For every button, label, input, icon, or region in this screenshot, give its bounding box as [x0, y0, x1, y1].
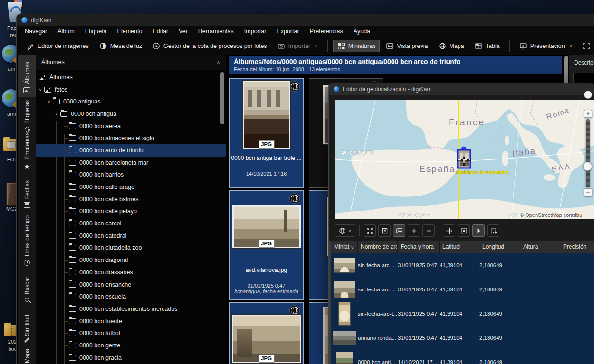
menu-importar[interactable]: Importar — [239, 26, 272, 37]
sidebar-tab-similarity[interactable]: Similitud — [18, 306, 36, 345]
tree-item[interactable]: 0000 bcn carcel — [36, 217, 226, 230]
import-button[interactable]: Importar ∨ — [273, 40, 322, 52]
tree-item[interactable]: 0000 bcn establecimientos mercados — [36, 303, 226, 315]
zoom-out-button[interactable] — [422, 224, 435, 237]
map-view-button[interactable]: Mapa — [434, 40, 469, 52]
tree-item[interactable]: 0000 bcn barrios — [36, 169, 226, 181]
tree-item[interactable]: 0000 bcn calle balmes — [36, 193, 226, 205]
photo-thumbnail-tile[interactable]: JPG 0000 bcn antiga bar trole ... 14/10/… — [229, 78, 304, 188]
menu-ver[interactable]: Ver — [173, 26, 193, 37]
col-longitude[interactable]: Longitud — [479, 241, 520, 253]
tree-item[interactable]: 0000 bcn escuela — [36, 290, 226, 303]
light-table-button[interactable]: Mesa de luz — [95, 40, 146, 52]
tree-scrollbar[interactable] — [220, 72, 224, 124]
map-zoom-slider-track[interactable] — [586, 119, 590, 187]
geo-row-latitude: 41,39104 — [440, 335, 479, 341]
dialog-titlebar[interactable]: Editor de geolocalización - digiKam — [329, 83, 594, 95]
menu-exportar[interactable]: Exportar — [271, 26, 304, 37]
sidebar-tab-labels[interactable]: Emblemas ★ — [18, 136, 36, 174]
tree-item[interactable]: ∨ 0000 antiguas — [36, 95, 226, 108]
sidebar-tab-tags[interactable]: Etiquetas — [18, 97, 36, 136]
sidebar-tab-labels-label: Emblemas — [24, 132, 30, 159]
menu-navegar[interactable]: Navegar — [19, 26, 52, 37]
folder-icon — [69, 245, 76, 251]
menu-album[interactable]: Álbum — [52, 26, 79, 37]
tree-item[interactable]: Álbumes — [36, 71, 226, 84]
tree-item[interactable]: 0000 bcn catedral — [36, 230, 226, 242]
tree-item[interactable]: 0000 bcn diagonal — [36, 254, 226, 266]
geo-table-row[interactable]: 0000 bcn anti... 14/10/2021 17... 41,391… — [331, 350, 594, 364]
tree-item[interactable]: 0000 bcn ciutadella zoo — [36, 242, 226, 254]
sidebar-tab-albums[interactable]: Álbumes — [18, 55, 36, 97]
tree-item[interactable]: 0000 bcn drassanes — [36, 266, 226, 279]
menu-elemento[interactable]: Elemento — [112, 26, 148, 37]
menu-editar[interactable]: Editar — [147, 26, 173, 37]
photo-thumbnail-tile[interactable]: JPG avd.vilanova.jpg 31/01/1925 0:47 bcn… — [229, 190, 304, 300]
menu-preferencias[interactable]: Preferencias — [305, 26, 348, 37]
col-thumbnail[interactable]: Miniat∨ — [331, 241, 358, 253]
batch-queue-button[interactable]: Gestor de la cola de procesos por lotes — [148, 40, 271, 52]
collapse-chevron-icon[interactable]: ∧ — [217, 60, 220, 65]
tree-item[interactable]: ∨ 0000 bcn antigua — [36, 108, 226, 120]
select-region-button[interactable] — [458, 224, 470, 237]
col-datetime[interactable]: Fecha y hora — [398, 241, 440, 253]
slideshow-button[interactable]: Presentación ∨ — [515, 40, 577, 52]
tree-item[interactable]: 0000 bcn calle arago — [36, 181, 226, 193]
map-compass-button[interactable] — [584, 91, 592, 99]
add-bookmark-button[interactable] — [487, 224, 499, 237]
tree-item[interactable]: 0000 bcn fuente — [36, 315, 226, 327]
map-zoom-slider-handle[interactable] — [583, 162, 592, 171]
albums-tree: Álbumes ∨ fotos ∨ 0000 antiguas ∨ 0000 b… — [36, 70, 226, 364]
geo-table-row[interactable]: sin-fecha-arc-t... 31/01/1925 0:47 41,39… — [331, 301, 594, 326]
photo-thumbnail-tile[interactable]: JPG — [229, 302, 304, 364]
col-filename[interactable]: Nombre de arch — [358, 241, 398, 253]
tree-item[interactable]: 0000 bcn gente — [36, 339, 226, 352]
zoom-to-fit-button[interactable] — [364, 224, 376, 237]
show-thumbnails-button[interactable] — [393, 224, 405, 237]
sidebar-tab-map[interactable]: Mapa — [18, 345, 36, 364]
geo-table-row[interactable]: urinario ronda... 31/01/1925 0:47 41,391… — [331, 326, 594, 350]
sidebar-tab-timeline[interactable]: Línea de tiempo — [18, 212, 36, 270]
tree-item[interactable]: 0000 bcn barceloneta mar — [36, 157, 226, 169]
col-latitude[interactable]: Latitud — [440, 241, 479, 253]
sidebar-tab-search[interactable]: Buscar — [18, 270, 36, 306]
sidebar-tab-dates[interactable]: Fechas — [18, 174, 36, 212]
cursor-mode-button[interactable] — [472, 224, 485, 237]
tree-item[interactable]: 0000 bcn almacenes el siglo — [36, 132, 226, 144]
menu-etiqueta[interactable]: Etiqueta — [80, 26, 112, 37]
map-zoom-in-button[interactable]: + — [584, 110, 592, 118]
tree-item[interactable]: 0000 bcn calle pelayo — [36, 205, 226, 218]
expand-chevron-icon[interactable]: ∨ — [45, 99, 53, 104]
thumbnails-view-button[interactable]: Miniaturas — [333, 40, 380, 52]
preview-view-button[interactable]: Vista previa — [382, 40, 432, 52]
zoom-to-selection-button[interactable] — [378, 224, 391, 237]
expand-chevron-icon[interactable]: ∨ — [37, 87, 44, 92]
col-precision[interactable]: Precisión — [560, 241, 594, 253]
map-source-globe-button[interactable]: ∨ — [335, 224, 355, 237]
albums-panel-header[interactable]: Álbumes ∧ — [36, 55, 226, 70]
menu-herramientas[interactable]: Herramientas — [193, 26, 239, 37]
tree-item[interactable]: 0000 bcn gracia — [36, 352, 226, 364]
menu-ayuda[interactable]: Ayuda — [348, 26, 375, 37]
tree-item[interactable]: 0000 bcn aerea — [36, 120, 226, 132]
tree-item[interactable]: ∨ fotos — [36, 84, 226, 96]
tree-item[interactable]: 0000 bcn arco de triunfo — [36, 144, 226, 157]
tree-item[interactable]: 0000 bcn ensanche — [36, 279, 226, 291]
description-panel-header[interactable]: Descripc — [569, 55, 594, 66]
window-titlebar[interactable]: digiKam — [17, 14, 594, 26]
boda-zip-folder-icon[interactable] — [4, 325, 18, 336]
table-view-button[interactable]: Tabla — [470, 40, 504, 52]
fullscreen-button[interactable]: Pantalla completa — [578, 40, 594, 52]
expand-chevron-icon[interactable]: ∨ — [53, 112, 60, 116]
tree-item[interactable]: 0000 bcn futbol — [36, 327, 226, 339]
zoom-in-button[interactable] — [408, 224, 420, 237]
geo-table-row[interactable]: sin-fecha-arc-... 31/01/1925 0:47 41,391… — [331, 253, 594, 277]
world-map-view[interactable]: France España Italia Roma ΕΛΛ 40° 00' 00… — [335, 100, 594, 219]
pan-arrows-icon — [446, 227, 453, 234]
geo-table-row[interactable]: sin-fecha-arc-... 31/01/1925 0:47 41,391… — [331, 277, 594, 301]
map-zoom-out-button[interactable]: − — [584, 188, 592, 196]
folder-icon — [69, 306, 76, 312]
image-editor-button[interactable]: Editor de imágenes — [22, 40, 93, 52]
col-altitude[interactable]: Altura — [520, 241, 560, 253]
pan-mode-button[interactable] — [443, 224, 455, 237]
